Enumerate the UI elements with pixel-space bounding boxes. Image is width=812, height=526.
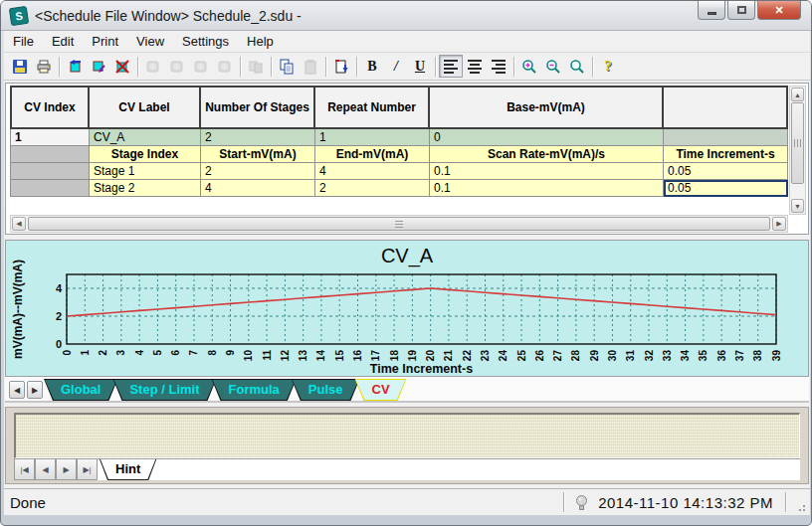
scroll-down-button[interactable]: ▼ — [791, 199, 804, 213]
tab-formula[interactable]: Formula — [212, 379, 297, 401]
tab-global[interactable]: Global — [44, 379, 117, 401]
stage-header-row: Stage Index Start-mV(mA) End-mV(mA) Scan… — [10, 146, 788, 163]
menu-file[interactable]: File — [4, 31, 43, 53]
stage-2-end-cell[interactable]: 2 — [315, 180, 430, 197]
menu-view[interactable]: View — [127, 31, 173, 53]
delete-row-button[interactable] — [110, 55, 134, 78]
tab-pulse[interactable]: Pulse — [292, 379, 360, 401]
svg-text:2: 2 — [56, 310, 62, 322]
scroll-up-button[interactable]: ▲ — [791, 88, 804, 101]
svg-text:15: 15 — [334, 350, 345, 362]
grid-vertical-scrollbar[interactable]: ▲ ▼ — [789, 86, 806, 215]
disabled-icon-4 — [217, 59, 233, 75]
col-header-empty — [664, 86, 788, 129]
svg-text:8: 8 — [207, 350, 218, 356]
vertical-scroll-thumb[interactable] — [791, 102, 804, 184]
disabled-icon-3 — [193, 59, 209, 75]
stage-header-end: End-mV(mA) — [315, 146, 430, 163]
col-header-cv-label: CV Label — [90, 86, 201, 129]
svg-text:28: 28 — [570, 350, 581, 362]
tab-step-limit[interactable]: Step / Limit — [112, 379, 216, 401]
hint-next-button[interactable]: ▶ — [56, 459, 77, 480]
tab-scroll-left-button[interactable]: ◀ — [9, 381, 25, 399]
svg-text:38: 38 — [752, 350, 763, 362]
toolbar-separator — [589, 56, 596, 78]
align-right-button[interactable] — [487, 55, 510, 78]
stage-2-name-cell[interactable]: Stage 2 — [90, 180, 201, 197]
zoom-reset-button[interactable] — [565, 55, 589, 78]
svg-text:11: 11 — [262, 350, 273, 361]
stage-1-rowheader[interactable] — [10, 163, 90, 180]
insert-file-button[interactable] — [329, 55, 353, 78]
stage-2-rate-cell[interactable]: 0.1 — [430, 180, 664, 197]
stage-1-start-cell[interactable]: 2 — [201, 163, 315, 180]
print-button[interactable] — [32, 55, 56, 78]
lightbulb-icon — [574, 494, 589, 511]
svg-text:Time Increment-s: Time Increment-s — [370, 362, 473, 376]
insert-row-before-button[interactable] — [63, 55, 87, 78]
transfer-icon — [248, 59, 264, 75]
tab-cv-active[interactable]: CV — [355, 379, 407, 401]
stage-1-name-cell[interactable]: Stage 1 — [90, 163, 201, 180]
bold-button[interactable]: B — [360, 55, 384, 78]
close-button[interactable]: ✕ — [757, 1, 801, 20]
scroll-left-button[interactable]: ◀ — [12, 217, 26, 231]
disabled-icon-2-button — [165, 55, 189, 78]
app-window: S <Schedule File Window> Schedule_2.sdu … — [0, 0, 812, 526]
resize-grip[interactable] — [793, 499, 807, 513]
align-left-button[interactable] — [439, 55, 463, 78]
stage-1-time-cell[interactable]: 0.05 — [664, 163, 788, 180]
cv-index-cell[interactable]: 1 — [10, 129, 90, 146]
cv-repeat-cell[interactable]: 1 — [315, 129, 430, 146]
svg-text:25: 25 — [516, 350, 527, 362]
status-timestamp: 2014-11-10 14:13:32 PM — [594, 494, 781, 511]
hint-tab[interactable]: Hint — [100, 459, 156, 480]
svg-text:2: 2 — [98, 350, 108, 356]
col-header-repeat-number: Repeat Number — [315, 86, 430, 129]
minimize-icon — [708, 12, 716, 15]
save-button[interactable] — [8, 55, 32, 78]
menu-settings[interactable]: Settings — [173, 31, 238, 53]
menu-help[interactable]: Help — [238, 31, 283, 53]
underline-button[interactable]: U — [408, 55, 432, 78]
italic-button[interactable]: / — [384, 55, 408, 78]
align-center-button[interactable] — [463, 55, 487, 78]
svg-text:4: 4 — [134, 350, 145, 356]
col-header-base-mv: Base-mV(mA) — [430, 86, 664, 129]
menu-edit[interactable]: Edit — [43, 31, 83, 53]
insert-row-after-button[interactable] — [87, 55, 110, 78]
cv-label-cell[interactable]: CV_A — [90, 129, 201, 146]
disabled-icon-1 — [145, 59, 161, 75]
grid-horizontal-scrollbar[interactable]: ◀ ▶ — [10, 215, 788, 233]
menu-print[interactable]: Print — [83, 31, 127, 53]
stage-1-end-cell[interactable]: 4 — [315, 163, 430, 180]
cv-line-chart: 0240123456789101112131415161718192021222… — [6, 241, 808, 376]
insert-row-before-icon — [67, 59, 83, 75]
zoom-out-button[interactable] — [541, 55, 565, 78]
zoom-in-button[interactable] — [517, 55, 541, 78]
hint-last-button[interactable]: ▶| — [77, 459, 98, 480]
disabled-icon-4-button — [213, 55, 237, 78]
cv-stages-cell[interactable]: 2 — [201, 129, 315, 146]
stage-2-rowheader[interactable] — [10, 180, 90, 197]
svg-text:9: 9 — [225, 350, 236, 356]
stage-2-start-cell[interactable]: 4 — [201, 180, 315, 197]
horizontal-scroll-thumb[interactable] — [28, 217, 770, 231]
copy-button[interactable] — [275, 55, 299, 78]
stage-header-time-increment: Time Increment-s — [664, 146, 788, 163]
scroll-right-button[interactable]: ▶ — [772, 217, 786, 231]
minimize-button[interactable] — [698, 1, 725, 20]
schedule-grid-panel: CV Index CV Label Number Of Stages Repea… — [5, 83, 809, 235]
tab-scroll-right-button[interactable]: ▶ — [27, 381, 43, 399]
stage-1-rate-cell[interactable]: 0.1 — [430, 163, 664, 180]
maximize-button[interactable] — [727, 1, 755, 20]
toolbar-separator — [353, 56, 360, 78]
hint-first-button[interactable]: |◀ — [14, 459, 35, 480]
help-button[interactable]: ? — [596, 55, 620, 78]
stage-2-time-cell-selected[interactable]: 0.05 — [664, 180, 788, 197]
bold-icon: B — [367, 60, 376, 74]
hint-prev-button[interactable]: ◀ — [35, 459, 56, 480]
cv-extra-cell[interactable] — [664, 129, 788, 146]
cv-base-cell[interactable]: 0 — [430, 129, 664, 146]
title-bar[interactable]: S <Schedule File Window> Schedule_2.sdu … — [1, 1, 812, 31]
